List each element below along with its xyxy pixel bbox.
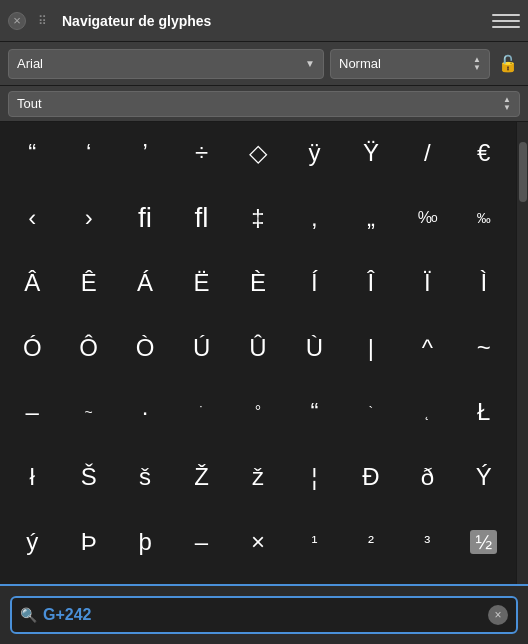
- glyph-cell[interactable]: ~: [60, 385, 116, 439]
- search-bar: 🔍 ×: [0, 584, 528, 644]
- glyph-cell[interactable]: Ý: [456, 450, 512, 504]
- filter-selector[interactable]: Tout ▲ ▼: [8, 91, 520, 117]
- controls-row: Arial ▼ Normal ▲ ▼ 🔓: [0, 42, 528, 86]
- glyph-cell[interactable]: Ù: [286, 321, 342, 375]
- filter-spinner-arrows: ▲ ▼: [503, 96, 511, 112]
- font-selector[interactable]: Arial ▼: [8, 49, 324, 79]
- glyph-cell[interactable]: Î: [343, 256, 399, 310]
- glyph-cell[interactable]: Á: [117, 256, 173, 310]
- glyph-cell[interactable]: Â: [4, 256, 60, 310]
- filter-label: Tout: [17, 96, 42, 111]
- fraction-badge: ½: [470, 530, 497, 554]
- glyph-cell[interactable]: ~: [456, 321, 512, 375]
- scrollbar-thumb[interactable]: [519, 142, 527, 202]
- glyph-cell[interactable]: ,: [286, 191, 342, 245]
- style-name-label: Normal: [339, 56, 381, 71]
- glyph-cell[interactable]: š: [117, 450, 173, 504]
- scrollbar[interactable]: [516, 122, 528, 584]
- glyph-cell[interactable]: |: [343, 321, 399, 375]
- glyph-cell[interactable]: „: [343, 191, 399, 245]
- glyph-cell[interactable]: ³: [399, 515, 455, 569]
- glyph-cell[interactable]: ˛: [399, 385, 455, 439]
- glyph-cell[interactable]: Ð: [343, 450, 399, 504]
- font-name-label: Arial: [17, 56, 43, 71]
- glyph-cell[interactable]: ž: [230, 450, 286, 504]
- glyph-cell[interactable]: ‘: [60, 126, 116, 180]
- glyph-cell[interactable]: Ł: [456, 385, 512, 439]
- glyph-cell[interactable]: Ú: [173, 321, 229, 375]
- glyph-cell[interactable]: %o: [399, 191, 455, 245]
- glyph-cell[interactable]: ’: [117, 126, 173, 180]
- panel-title: Navigateur de glyphes: [62, 13, 492, 29]
- glyph-cell[interactable]: ‹: [4, 191, 60, 245]
- style-selector[interactable]: Normal ▲ ▼: [330, 49, 490, 79]
- glyph-cell[interactable]: Ô: [60, 321, 116, 375]
- title-bar: ⠿ Navigateur de glyphes: [0, 0, 528, 42]
- glyph-cell[interactable]: ý: [4, 515, 60, 569]
- glyph-cell[interactable]: –: [4, 385, 60, 439]
- glyph-cell[interactable]: Ž: [173, 450, 229, 504]
- glyph-cell[interactable]: Ï: [399, 256, 455, 310]
- glyph-cell[interactable]: °: [230, 385, 286, 439]
- glyph-cell[interactable]: fi: [117, 191, 173, 245]
- glyph-cell[interactable]: ‡: [230, 191, 286, 245]
- lock-icon-glyph: 🔓: [498, 54, 518, 73]
- search-clear-button[interactable]: ×: [488, 605, 508, 625]
- filter-row: Tout ▲ ▼: [0, 86, 528, 122]
- glyph-cell[interactable]: ^: [399, 321, 455, 375]
- glyph-cell[interactable]: ð: [399, 450, 455, 504]
- glyph-cell[interactable]: Ò: [117, 321, 173, 375]
- glyph-cell[interactable]: €: [456, 126, 512, 180]
- glyph-cell[interactable]: ×: [230, 515, 286, 569]
- glyph-cell[interactable]: Ë: [173, 256, 229, 310]
- glyph-cell[interactable]: /: [399, 126, 455, 180]
- glyph-cell[interactable]: Š: [60, 450, 116, 504]
- glyph-cell[interactable]: Û: [230, 321, 286, 375]
- drag-handle[interactable]: ⠿: [34, 12, 52, 30]
- glyph-cell[interactable]: Í: [286, 256, 342, 310]
- glyph-cell[interactable]: ÿ: [286, 126, 342, 180]
- glyph-cell[interactable]: Ÿ: [343, 126, 399, 180]
- close-button[interactable]: [8, 12, 26, 30]
- font-dropdown-arrow: ▼: [305, 58, 315, 69]
- menu-button[interactable]: [492, 12, 520, 30]
- glyph-cell[interactable]: fl: [173, 191, 229, 245]
- glyph-grid: “ ‘ ’ ÷ ◇ ÿ Ÿ / € ‹ › fi fl ‡ , „ %o ‰ Â…: [0, 122, 516, 584]
- glyph-cell[interactable]: ‰: [456, 191, 512, 245]
- glyph-cell[interactable]: Ì: [456, 256, 512, 310]
- glyph-cell[interactable]: ˙: [173, 385, 229, 439]
- glyph-cell[interactable]: ·: [117, 385, 173, 439]
- glyph-cell[interactable]: ł: [4, 450, 60, 504]
- glyph-cell[interactable]: Þ: [60, 515, 116, 569]
- lock-button[interactable]: 🔓: [496, 52, 520, 76]
- glyph-cell[interactable]: ◇: [230, 126, 286, 180]
- glyph-cell[interactable]: Ó: [4, 321, 60, 375]
- glyph-cell[interactable]: “: [4, 126, 60, 180]
- glyph-cell[interactable]: ²: [343, 515, 399, 569]
- glyph-cell[interactable]: ½: [456, 515, 512, 569]
- search-input[interactable]: [43, 606, 488, 624]
- glyph-cell[interactable]: `: [343, 385, 399, 439]
- search-input-wrapper: 🔍 ×: [10, 596, 518, 634]
- glyph-cell[interactable]: þ: [117, 515, 173, 569]
- glyph-cell[interactable]: Ê: [60, 256, 116, 310]
- glyph-cell[interactable]: “: [286, 385, 342, 439]
- glyph-cell[interactable]: ›: [60, 191, 116, 245]
- glyph-cell[interactable]: –: [173, 515, 229, 569]
- glyph-cell[interactable]: È: [230, 256, 286, 310]
- main-content: “ ‘ ’ ÷ ◇ ÿ Ÿ / € ‹ › fi fl ‡ , „ %o ‰ Â…: [0, 122, 528, 584]
- glyph-cell[interactable]: ¦: [286, 450, 342, 504]
- glyph-cell[interactable]: ¹: [286, 515, 342, 569]
- search-icon: 🔍: [20, 607, 37, 623]
- glyph-cell[interactable]: ÷: [173, 126, 229, 180]
- style-spinner-arrows: ▲ ▼: [473, 56, 481, 72]
